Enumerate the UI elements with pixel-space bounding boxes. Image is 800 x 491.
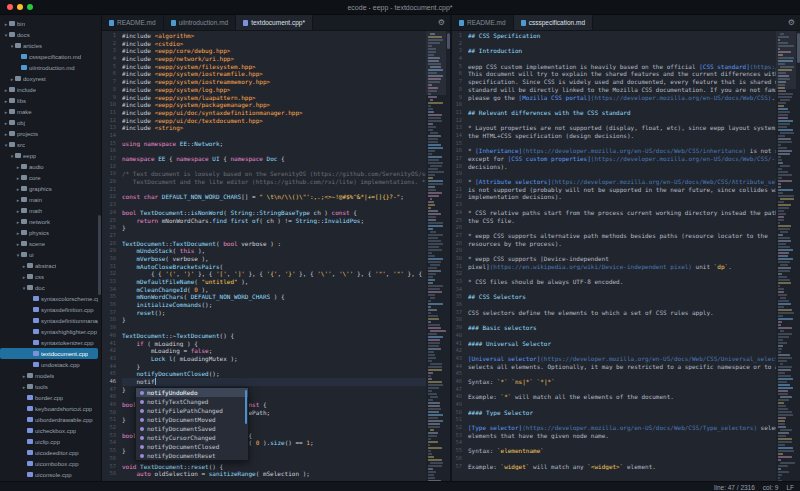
code-editor-left[interactable]: 1234567891011121314151617181920212223242… [102, 31, 450, 481]
file-icon [27, 417, 33, 422]
autocomplete-item[interactable]: notifyFilePathChanged [136, 406, 248, 415]
autocomplete-item[interactable]: notifyCursorChanged [136, 433, 248, 442]
code-line [122, 186, 426, 194]
tree-item-label: syntaxcolorscheme.cpp [41, 296, 98, 302]
tree-item-cssspecification.md[interactable]: cssspecification.md [0, 51, 98, 62]
tree-item-include[interactable]: ▸include [0, 84, 98, 95]
tree-item-label: textdocument.cpp [41, 351, 88, 357]
tree-item-main[interactable]: ▸main [0, 194, 98, 205]
tree-item-textdocument.cpp[interactable]: textdocument.cpp [0, 348, 98, 359]
tree-item-border.cpp[interactable]: border.cpp [0, 392, 98, 403]
folder-icon [9, 32, 15, 37]
code-line: ## Relevant differences with the CSS sta… [468, 109, 776, 117]
tree-item-uiclip.cpp[interactable]: uiclip.cpp [0, 436, 98, 447]
minimap-viewport[interactable] [776, 31, 796, 89]
tab-README.md[interactable]: README.md [452, 15, 514, 30]
close-window-button[interactable] [7, 4, 13, 10]
code-line [468, 270, 776, 278]
file-tree-scrollbar-thumb[interactable] [98, 215, 101, 295]
autocomplete-scrollbar[interactable] [245, 390, 247, 424]
tree-item-undostack.cpp[interactable]: undostack.cpp [0, 359, 98, 370]
tree-item-src[interactable]: ▾src [0, 139, 98, 150]
code-line: is not supported (probably will not be s… [468, 186, 776, 194]
vertical-scrollbar[interactable] [446, 31, 450, 481]
tree-item-uiintroduction.md[interactable]: uiintroduction.md [0, 62, 98, 73]
code-line: #include <eepp/system/filesystem.hpp> [122, 63, 426, 71]
code-line: [Universal selector](https://developer.m… [468, 355, 776, 363]
tree-item-make[interactable]: ▸make [0, 106, 98, 117]
tree-item-physics[interactable]: ▸physics [0, 227, 98, 238]
autocomplete-item[interactable]: notifyUndoRedo [136, 388, 248, 397]
status-line-indicator: line: 47 / 2316 [714, 484, 755, 491]
tree-item-bin[interactable]: ▸bin [0, 18, 98, 29]
method-icon [140, 418, 144, 422]
code-line: #include <eepp/system/iostreammemory.hpp… [122, 78, 426, 86]
scrollbar-thumb[interactable] [797, 33, 800, 63]
tree-item-label: scene [29, 241, 45, 247]
tree-item-eepp[interactable]: ▾eepp [0, 150, 98, 161]
tree-item-keyboardshortcut.cpp[interactable]: keyboardshortcut.cpp [0, 403, 98, 414]
tree-item-math[interactable]: ▸math [0, 205, 98, 216]
tree-item-projects[interactable]: ▸projects [0, 128, 98, 139]
minimap-viewport[interactable] [426, 31, 446, 95]
tab-label: README.md [467, 19, 506, 26]
tab-cssspecification.md[interactable]: cssspecification.md [514, 15, 593, 30]
code-area[interactable]: ## CSS Specification## Introductioneepp … [465, 31, 776, 481]
editor-pane-right: README.mdcssspecification.md ⚙ 123456789… [450, 15, 800, 481]
tree-item-libs[interactable]: ▸libs [0, 95, 98, 106]
tree-item-uiconsole.cpp[interactable]: uiconsole.cpp [0, 469, 98, 480]
tree-item-syntaxdefinition.cpp[interactable]: syntaxdefinition.cpp [0, 304, 98, 315]
tab-README.md[interactable]: README.md [102, 15, 164, 30]
tree-item-syntaxtokenizer.cpp[interactable]: syntaxtokenizer.cpp [0, 337, 98, 348]
folder-icon [15, 43, 21, 48]
tree-item-tools[interactable]: ▸tools [0, 381, 98, 392]
tree-item-label: uiclip.cpp [35, 439, 60, 445]
tree-item-uicodeeditor.cpp[interactable]: uicodeeditor.cpp [0, 447, 98, 458]
folder-icon [21, 230, 27, 235]
file-tree[interactable]: ▸bin▾docs▾articlescssspecification.mduii… [0, 15, 102, 481]
tree-item-syntaxdefinitionmanager.cpp[interactable]: syntaxdefinitionmanager.cpp [0, 315, 98, 326]
tree-item-models[interactable]: ▸models [0, 370, 98, 381]
tree-item-uiborderdrawable.cpp[interactable]: uiborderdrawable.cpp [0, 414, 98, 425]
tree-item-audio[interactable]: ▸audio [0, 161, 98, 172]
tree-item-network[interactable]: ▸network [0, 216, 98, 227]
tab-textdocument.cpp*[interactable]: textdocument.cpp* [236, 15, 313, 30]
tree-item-syntaxhighlighter.cpp[interactable]: syntaxhighlighter.cpp [0, 326, 98, 337]
tree-item-uicombobox.cpp[interactable]: uicombobox.cpp [0, 458, 98, 469]
autocomplete-item[interactable]: notifyDocumentClosed [136, 442, 248, 451]
tree-item-core[interactable]: ▸core [0, 172, 98, 183]
code-line: mNonWordChars( DEFAULT_NON_WORD_CHARS ) … [122, 293, 426, 301]
tree-item-doxyrest[interactable]: ▸doxyrest [0, 73, 98, 84]
code-editor-right[interactable]: 1234567891011121314151617181920212223242… [452, 31, 800, 481]
app-window: ecode - eepp - textdocument.cpp* ▸bin▾do… [0, 0, 800, 491]
tree-item-docs[interactable]: ▾docs [0, 29, 98, 40]
tree-item-css[interactable]: ▸css [0, 271, 98, 282]
tree-item-uicheckbox.cpp[interactable]: uicheckbox.cpp [0, 425, 98, 436]
autocomplete-item[interactable]: notifyDocumentMoved [136, 415, 248, 424]
code-line [468, 247, 776, 255]
tree-item-graphics[interactable]: ▸graphics [0, 183, 98, 194]
minimap[interactable] [426, 31, 446, 481]
tab-uiintroduction.md[interactable]: uiintroduction.md [164, 15, 237, 30]
vertical-scrollbar[interactable] [796, 31, 800, 481]
autocomplete-item[interactable]: notifyDocumentSaved [136, 424, 248, 433]
tree-item-obj[interactable]: ▸obj [0, 117, 98, 128]
scrollbar-thumb[interactable] [447, 33, 450, 49]
tree-item-syntaxcolorscheme.cpp[interactable]: syntaxcolorscheme.cpp [0, 293, 98, 304]
maximize-window-button[interactable] [27, 4, 33, 10]
tree-item-scene[interactable]: ▸scene [0, 238, 98, 249]
gear-icon[interactable]: ⚙ [788, 18, 795, 27]
tree-item-abstract[interactable]: ▸abstract [0, 260, 98, 271]
tab-bar-right: README.mdcssspecification.md ⚙ [452, 15, 800, 31]
tree-item-doc[interactable]: ▾doc [0, 282, 98, 293]
tree-item-ui[interactable]: ▾ui [0, 249, 98, 260]
autocomplete-item[interactable]: notifyTextChanged [136, 397, 248, 406]
tree-item-label: undostack.cpp [41, 362, 80, 368]
minimap[interactable] [776, 31, 796, 481]
code-line [468, 201, 776, 209]
autocomplete-item[interactable]: notifyDocumentReset [136, 451, 248, 460]
tree-item-articles[interactable]: ▾articles [0, 40, 98, 51]
gear-icon[interactable]: ⚙ [438, 18, 445, 27]
folder-icon [21, 252, 27, 257]
minimize-window-button[interactable] [17, 4, 23, 10]
